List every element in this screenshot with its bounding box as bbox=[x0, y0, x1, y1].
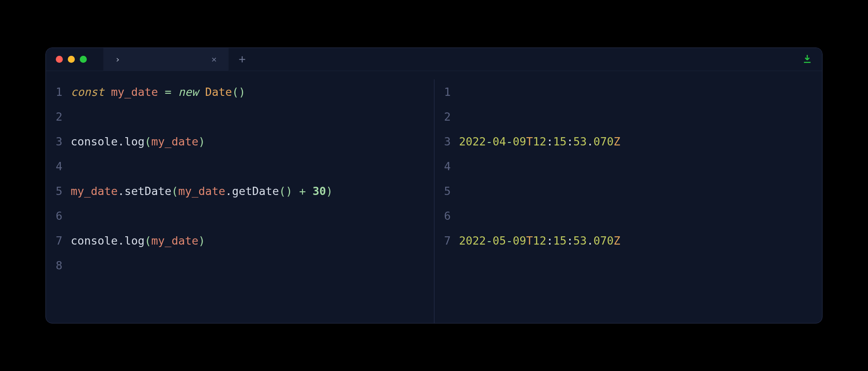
line-number: 2 bbox=[46, 110, 71, 123]
code-pane[interactable]: 1const my_date = new Date()23console.log… bbox=[46, 79, 434, 323]
minimize-window-button[interactable] bbox=[68, 56, 75, 63]
output-pane: 1232022-04-09T12:15:53.070Z45672022-05-0… bbox=[434, 79, 823, 323]
close-window-button[interactable] bbox=[56, 56, 63, 63]
tab-title: › bbox=[115, 54, 120, 64]
code-line: 8 bbox=[46, 253, 434, 278]
code-line: 1const my_date = new Date() bbox=[46, 79, 434, 104]
line-number: 4 bbox=[434, 160, 459, 173]
editor-tab[interactable]: › × bbox=[103, 48, 229, 71]
download-icon[interactable] bbox=[802, 54, 812, 65]
output-line: 72022-05-09T12:15:53.070Z bbox=[434, 228, 823, 253]
code-line: 7console.log(my_date) bbox=[46, 228, 434, 253]
line-number: 2 bbox=[434, 110, 459, 123]
code-line: 2 bbox=[46, 104, 434, 129]
new-tab-button[interactable]: + bbox=[229, 52, 256, 66]
traffic-lights bbox=[46, 56, 87, 63]
editor-area: 1const my_date = new Date()23console.log… bbox=[46, 71, 822, 323]
titlebar: › × + bbox=[46, 48, 822, 71]
line-number: 7 bbox=[46, 234, 71, 247]
output-line-content: 2022-05-09T12:15:53.070Z bbox=[459, 234, 620, 247]
line-number: 5 bbox=[46, 185, 71, 197]
line-number: 7 bbox=[434, 234, 459, 247]
output-line: 32022-04-09T12:15:53.070Z bbox=[434, 129, 823, 154]
line-number: 6 bbox=[46, 209, 71, 222]
line-number: 3 bbox=[46, 135, 71, 148]
line-number: 1 bbox=[46, 86, 71, 98]
output-line: 1 bbox=[434, 79, 823, 104]
line-number: 1 bbox=[434, 86, 459, 98]
output-line: 5 bbox=[434, 178, 823, 203]
line-number: 3 bbox=[434, 135, 459, 148]
editor-window: › × + 1const my_date = new Date()23conso… bbox=[45, 48, 823, 323]
tab-close-icon[interactable]: × bbox=[211, 54, 217, 64]
code-line: 3console.log(my_date) bbox=[46, 129, 434, 154]
output-line: 2 bbox=[434, 104, 823, 129]
output-line: 4 bbox=[434, 154, 823, 178]
code-line: 5my_date.setDate(my_date.getDate() + 30) bbox=[46, 178, 434, 203]
code-line-content: console.log(my_date) bbox=[71, 234, 205, 247]
line-number: 5 bbox=[434, 185, 459, 197]
code-line-content: const my_date = new Date() bbox=[71, 86, 246, 98]
line-number: 8 bbox=[46, 259, 71, 272]
maximize-window-button[interactable] bbox=[80, 56, 87, 63]
output-line-content: 2022-04-09T12:15:53.070Z bbox=[459, 135, 620, 148]
code-line: 4 bbox=[46, 154, 434, 178]
code-line-content: console.log(my_date) bbox=[71, 135, 205, 148]
output-line: 6 bbox=[434, 203, 823, 228]
code-line-content: my_date.setDate(my_date.getDate() + 30) bbox=[71, 185, 333, 197]
line-number: 6 bbox=[434, 209, 459, 222]
code-line: 6 bbox=[46, 203, 434, 228]
line-number: 4 bbox=[46, 160, 71, 173]
